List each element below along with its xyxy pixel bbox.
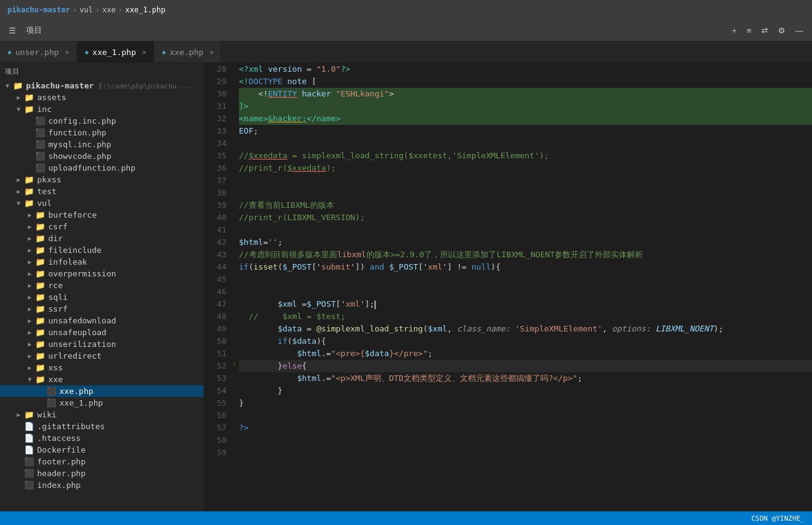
tree-item-dir[interactable]: ▶ 📁 dir	[0, 233, 204, 244]
tree-label: test	[37, 187, 56, 196]
tree-item-csrf[interactable]: ▶ 📁 csrf	[0, 221, 204, 233]
tree-item-function[interactable]: ⬛ function.php	[0, 127, 204, 139]
tree-item-pikachu-master[interactable]: ▼ 📁 pikachu-master E:\code\php\pikachu-.…	[0, 80, 204, 92]
tree-item-burteforce[interactable]: ▶ 📁 burteforce	[0, 209, 204, 221]
tree-label: rce	[48, 281, 63, 290]
tree-item-mysql[interactable]: ⬛ mysql.inc.php	[0, 139, 204, 150]
php-icon: ⬛	[35, 163, 46, 173]
tab-xxe-close[interactable]: ✕	[210, 48, 214, 56]
code-line-29: <!DOCTYPE note [	[239, 75, 812, 88]
tab-xxe1-label: xxe_1.php	[92, 48, 136, 57]
tree-item-infoleak[interactable]: ▶ 📁 infoleak	[0, 256, 204, 268]
code-line-43: //考虑到目前很多版本里面libxml的版本>=2.9.0了，所以这里添加了LI…	[239, 249, 812, 261]
add-button[interactable]: +	[728, 23, 741, 38]
folder-icon: 📁	[24, 175, 35, 184]
tree-label: vul	[37, 198, 51, 208]
line-num-52: 52⊟	[209, 360, 227, 372]
list-button[interactable]: ≡	[743, 23, 755, 38]
code-line-36: //print_r($xxedata);	[239, 162, 812, 174]
main-layout: 项目 ▼ 📁 pikachu-master E:\code\php\pikach…	[0, 63, 812, 511]
tree-label: showvcode.php	[48, 152, 111, 161]
tree-label: dir	[48, 234, 63, 243]
split-button[interactable]: ⇄	[758, 23, 772, 38]
menu-button[interactable]: ☰	[5, 23, 20, 38]
tree-item-xxe1-php[interactable]: ⬛ xxe_1.php	[0, 397, 204, 409]
line-num-28: 28	[209, 63, 227, 75]
line-num-55: 55⊟	[209, 397, 227, 409]
tree-item-xxe[interactable]: ▼ 📁 xxe	[0, 373, 204, 385]
arrow-icon: ▶	[25, 270, 35, 277]
tree-item-showvcode[interactable]: ⬛ showvcode.php	[0, 150, 204, 162]
folder-icon: 📁	[24, 187, 35, 196]
php-icon: ⬛	[35, 128, 46, 137]
tree-item-inc[interactable]: ▼ 📁 inc	[0, 103, 204, 115]
tree-item-assets[interactable]: ▶ 📁 assets	[0, 92, 204, 103]
tree-item-overpermission[interactable]: ▶ 📁 overpermission	[0, 268, 204, 280]
tree-item-test[interactable]: ▶ 📁 test	[0, 186, 204, 197]
php-icon: ⬛	[46, 398, 57, 408]
tree-label: pkxss	[37, 175, 61, 184]
tree-item-xss[interactable]: ▶ 📁 xss	[0, 362, 204, 373]
line-num-41: 41	[209, 224, 227, 236]
folder-icon: 📁	[35, 257, 46, 267]
tree-item-config[interactable]: ⬛ config.inc.php	[0, 115, 204, 127]
tab-xxe[interactable]: ◆ xxe.php ✕	[154, 41, 222, 62]
sidebar-header: 项目	[0, 63, 204, 80]
tree-item-footer[interactable]: ⬛ footer.php	[0, 456, 204, 467]
code-line-35: //$xxedata = simplexml_load_string($xxet…	[239, 150, 812, 162]
tree-item-gitattributes[interactable]: 📄 .gitattributes	[0, 420, 204, 432]
tree-item-xxe-php[interactable]: ⬛ xxe.php	[0, 385, 204, 397]
tree-label: Dockerfile	[37, 445, 85, 455]
tree-item-pkxss[interactable]: ▶ 📁 pkxss	[0, 174, 204, 186]
tab-unser[interactable]: ◆ unser.php ✕	[0, 41, 77, 62]
code-line-42: $html='';	[239, 236, 812, 249]
code-line-50: if($data){	[239, 335, 812, 348]
tree-item-unsafeupload[interactable]: ▶ 📁 unsafeupload	[0, 327, 204, 338]
arrow-icon: ▶	[25, 247, 35, 254]
tab-unser-close[interactable]: ✕	[65, 48, 69, 56]
tree-item-urlredirect[interactable]: ▶ 📁 urlredirect	[0, 350, 204, 362]
line-num-59: 59	[209, 446, 227, 459]
tree-label: footer.php	[37, 457, 85, 466]
tree-label: fileinclude	[48, 245, 102, 255]
line-num-56: 56	[209, 409, 227, 422]
tree-item-index[interactable]: ⬛ index.php	[0, 479, 204, 491]
code-editor[interactable]: <?xml version = "1.0"?> <!DOCTYPE note […	[234, 63, 812, 511]
tree-item-uploadfunction[interactable]: ⬛ uploadfunction.php	[0, 162, 204, 174]
close-panel-button[interactable]: —	[792, 23, 807, 38]
tree-item-rce[interactable]: ▶ 📁 rce	[0, 280, 204, 291]
tree-item-htaccess[interactable]: 📄 .htaccess	[0, 432, 204, 444]
tree-label: urlredirect	[48, 351, 102, 361]
code-line-46	[239, 286, 812, 298]
hint-bulb-icon: 💡	[234, 360, 236, 372]
tree-item-dockerfile[interactable]: 📄 Dockerfile	[0, 444, 204, 456]
folder-icon: 📁	[24, 93, 35, 102]
tree-item-vul[interactable]: ▼ 📁 vul	[0, 197, 204, 209]
php-icon: ⬛	[24, 469, 35, 478]
php-file-icon-3: ◆	[162, 48, 166, 56]
line-num-30: 30	[209, 88, 227, 100]
tree-item-ssrf[interactable]: ▶ 📁 ssrf	[0, 303, 204, 315]
code-line-53: $html.="<p>XML声明、DTD文档类型定义、文档元素这些都搞懂了吗?<…	[239, 372, 812, 385]
tree-label: header.php	[37, 469, 85, 478]
tree-item-unsafedownload[interactable]: ▶ 📁 unsafedownload	[0, 315, 204, 327]
tab-bar: ◆ unser.php ✕ ◆ xxe_1.php ✕ ◆ xxe.php ✕	[0, 41, 812, 63]
tree-label: index.php	[37, 480, 80, 490]
folder-icon: 📁	[35, 269, 46, 278]
tree-item-header[interactable]: ⬛ header.php	[0, 467, 204, 479]
tree-item-sqli[interactable]: ▶ 📁 sqli	[0, 291, 204, 303]
tree-label: csrf	[48, 222, 67, 231]
folder-icon: 📁	[35, 316, 46, 325]
tree-label: assets	[37, 93, 66, 102]
line-num-47: 47	[209, 298, 227, 310]
code-line-52: 💡 }else{	[239, 360, 812, 372]
project-button[interactable]: 项目	[22, 22, 46, 38]
tree-item-wiki[interactable]: ▶ 📁 wiki	[0, 409, 204, 420]
tab-xxe1-close[interactable]: ✕	[142, 48, 147, 56]
settings-button[interactable]: ⚙	[774, 23, 789, 38]
tab-xxe1[interactable]: ◆ xxe_1.php ✕	[77, 41, 155, 62]
line-num-49: 49	[209, 323, 227, 335]
tree-label: xxe_1.php	[59, 398, 103, 408]
tree-item-fileinclude[interactable]: ▶ 📁 fileinclude	[0, 244, 204, 256]
tree-item-unserilization[interactable]: ▶ 📁 unserilization	[0, 338, 204, 350]
